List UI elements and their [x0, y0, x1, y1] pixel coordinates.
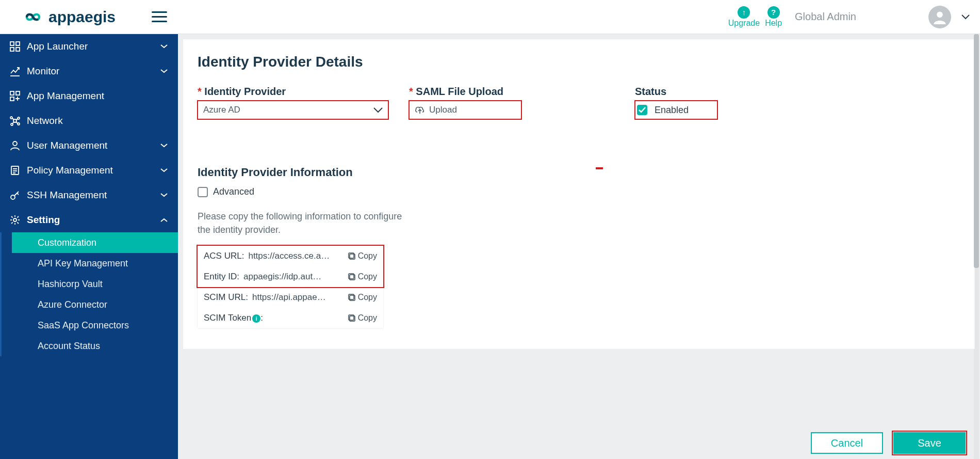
info-help-icon[interactable]: i [252, 314, 260, 323]
sidebar-item-monitor[interactable]: Monitor [0, 59, 178, 84]
info-row-scim-url: SCIM URL: https://api.appae… Copy [198, 287, 383, 308]
sidebar-item-label: App Management [27, 90, 171, 102]
saml-label: SAML File Upload [409, 86, 521, 98]
status-enabled-row: Enabled [635, 101, 717, 119]
upload-button[interactable]: Upload [409, 101, 521, 119]
network-icon [7, 116, 23, 126]
sidebar-sub-api-key[interactable]: API Key Management [12, 253, 178, 274]
sidebar-item-label: Network [27, 115, 171, 126]
field-saml-upload: SAML File Upload Upload [409, 86, 521, 119]
svg-point-15 [11, 195, 15, 199]
advanced-checkbox[interactable] [198, 187, 208, 197]
sidebar-item-label: Policy Management [27, 165, 160, 176]
advanced-row: Advanced [198, 186, 960, 197]
sidebar-subnav-setting: Customization API Key Management Hashico… [0, 232, 178, 356]
svg-point-0 [937, 11, 943, 18]
svg-rect-4 [16, 48, 20, 51]
info-key: SCIM URL: [204, 292, 248, 303]
sidebar-item-label: User Management [27, 140, 160, 151]
upload-label: Upload [429, 105, 457, 115]
sidebar-item-label: Setting [27, 214, 160, 226]
idp-value: Azure AD [203, 105, 240, 115]
copy-label: Copy [358, 251, 377, 261]
gear-icon [7, 215, 23, 225]
status-value: Enabled [655, 105, 689, 116]
chevron-down-icon [373, 107, 383, 113]
svg-rect-6 [16, 91, 20, 95]
svg-point-13 [13, 141, 17, 146]
sidebar-item-network[interactable]: Network [0, 108, 178, 133]
upgrade-label: Upgrade [728, 19, 760, 28]
svg-rect-3 [10, 48, 14, 51]
info-row-entity: Entity ID: appaegis://idp.aut… Copy [198, 266, 383, 287]
chevron-down-icon [160, 69, 171, 73]
annotation-mark [596, 167, 603, 169]
svg-rect-2 [16, 42, 20, 45]
svg-point-10 [18, 117, 20, 119]
avatar[interactable] [928, 6, 951, 28]
copy-button[interactable]: Copy [348, 293, 377, 302]
status-label: Status [635, 86, 717, 98]
grid-icon [7, 41, 23, 52]
help-link[interactable]: ? Help [765, 6, 782, 28]
info-section-title: Identity Provider Information [198, 166, 960, 179]
chevron-down-icon [160, 168, 171, 172]
info-row-scim-token: SCIM Tokeni: Copy [198, 308, 383, 328]
copy-button[interactable]: Copy [348, 313, 377, 323]
scrollbar[interactable] [974, 34, 979, 459]
copy-label: Copy [358, 272, 377, 281]
idp-select[interactable]: Azure AD [198, 101, 388, 119]
advanced-label: Advanced [213, 186, 254, 197]
sidebar-item-ssh-management[interactable]: SSH Management [0, 183, 178, 208]
brand-logo[interactable]: appaegis [21, 8, 116, 26]
sidebar-sub-customization[interactable]: Customization [12, 232, 178, 253]
top-links: ↑ Upgrade ? Help [728, 6, 782, 28]
user-icon [933, 10, 947, 24]
copy-button[interactable]: Copy [348, 251, 377, 261]
chevron-down-icon [160, 144, 171, 148]
sidebar-sub-azure-connector[interactable]: Azure Connector [12, 294, 178, 315]
question-icon: ? [767, 6, 780, 19]
chevron-down-icon [160, 193, 171, 197]
status-checkbox[interactable] [637, 105, 647, 115]
svg-rect-1 [10, 42, 14, 45]
cancel-button[interactable]: Cancel [811, 432, 883, 454]
sidebar-sub-account-status[interactable]: Account Status [12, 336, 178, 356]
svg-rect-7 [10, 97, 14, 101]
infinity-icon [21, 10, 45, 24]
menu-toggle[interactable] [152, 11, 167, 22]
footer-actions: Cancel Save [811, 432, 966, 454]
sidebar-item-user-management[interactable]: User Management [0, 133, 178, 158]
copy-button[interactable]: Copy [348, 272, 377, 281]
svg-point-16 [13, 218, 17, 221]
copy-icon [348, 293, 356, 302]
sidebar-item-label: App Launcher [27, 41, 160, 52]
chevron-down-icon [160, 44, 171, 49]
account-menu-caret[interactable] [961, 14, 970, 20]
grid-plus-icon [7, 91, 23, 101]
sidebar-sub-hashicorp-vault[interactable]: Hashicorp Vault [12, 274, 178, 294]
sidebar-item-app-launcher[interactable]: App Launcher [0, 34, 178, 59]
scrollbar-thumb[interactable] [974, 34, 979, 268]
content-card: Identity Provider Details Identity Provi… [183, 39, 975, 349]
sidebar-item-app-management[interactable]: App Management [0, 84, 178, 108]
upgrade-link[interactable]: ↑ Upgrade [728, 6, 760, 28]
user-icon [7, 140, 23, 151]
help-label: Help [765, 19, 782, 28]
field-identity-provider: Identity Provider Azure AD [198, 86, 388, 119]
field-status: Status Enabled [635, 86, 717, 119]
save-button[interactable]: Save [893, 432, 966, 454]
key-icon [7, 190, 23, 200]
info-card: ACS URL: https://access.ce.a… Copy Entit… [198, 246, 383, 328]
main-panel: Identity Provider Details Identity Provi… [178, 34, 980, 459]
cloud-upload-icon [415, 105, 425, 115]
sidebar-item-policy-management[interactable]: Policy Management [0, 158, 178, 183]
svg-point-9 [10, 117, 12, 119]
copy-label: Copy [358, 293, 377, 302]
info-value: appaegis://idp.aut… [243, 272, 344, 282]
page-title: Identity Provider Details [198, 54, 960, 70]
sidebar-item-setting[interactable]: Setting [0, 208, 178, 232]
svg-rect-5 [10, 91, 14, 95]
brand-name: appaegis [48, 8, 116, 26]
sidebar-sub-saas-connectors[interactable]: SaaS App Connectors [12, 315, 178, 336]
